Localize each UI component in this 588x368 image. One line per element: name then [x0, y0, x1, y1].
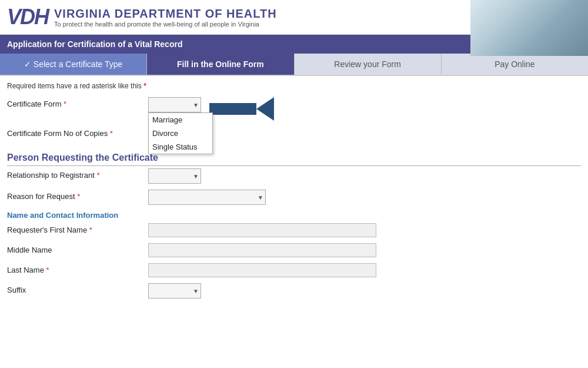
- certificate-form-select-wrapper[interactable]: Marriage Divorce Single Status ▼: [148, 97, 201, 112]
- step-review[interactable]: Review your Form: [295, 54, 442, 75]
- certificate-form-dropdown-menu: Marriage Divorce Single Status: [148, 112, 213, 154]
- logo-area: VDH VIRGINIA DEPARTMENT OF HEALTH To pro…: [7, 5, 277, 29]
- person-section-header: Person Requesting the Certificate: [7, 152, 581, 166]
- certificate-copies-row: Certificate Form No of Copies * 1 2 3 ▼: [7, 127, 581, 142]
- step-fill[interactable]: Fill in the Online Form: [147, 54, 294, 75]
- suffix-select[interactable]: Jr. Sr. II III: [148, 283, 201, 299]
- page-title: Application for Certification of a Vital…: [7, 39, 182, 49]
- arrow-indicator: [209, 97, 274, 121]
- page-header: VDH VIRGINIA DEPARTMENT OF HEALTH To pro…: [0, 0, 588, 35]
- required-mark-rel: *: [96, 171, 99, 180]
- required-note-text: Required items have a red asterisk like …: [7, 82, 142, 90]
- step-review-label: Review your Form: [334, 59, 401, 69]
- suffix-label: Suffix: [7, 283, 148, 294]
- required-mark-first: *: [89, 226, 92, 234]
- certificate-form-row: Certificate Form * Marriage Divorce Sing…: [7, 97, 581, 121]
- reason-row: Reason for Request * ▼: [7, 190, 581, 205]
- required-mark: *: [64, 100, 66, 108]
- certificate-copies-label: Certificate Form No of Copies *: [7, 127, 148, 138]
- suffix-row: Suffix Jr. Sr. II III ▼: [7, 283, 581, 299]
- org-subtitle: To protect the health and promote the we…: [54, 21, 277, 28]
- header-image-bg: [470, 0, 588, 56]
- relationship-label: Relationship to Registrant *: [7, 168, 148, 180]
- required-asterisk: *: [143, 82, 146, 90]
- dropdown-option-marriage[interactable]: Marriage: [149, 113, 212, 127]
- step-select-label: ✓ Select a Certificate Type: [24, 59, 122, 69]
- step-pay-label: Pay Online: [495, 59, 534, 69]
- last-name-input[interactable]: [148, 263, 376, 277]
- logo-vdh: VDH: [7, 5, 48, 29]
- middle-name-label: Middle Name: [7, 243, 148, 254]
- header-image: [470, 0, 588, 56]
- required-note: Required items have a red asterisk like …: [7, 82, 581, 90]
- content-area: Required items have a red asterisk like …: [0, 76, 588, 310]
- first-name-row: Requester's First Name *: [7, 223, 581, 237]
- dropdown-option-single-status[interactable]: Single Status: [149, 140, 212, 154]
- middle-name-row: Middle Name: [7, 243, 581, 257]
- relationship-select-wrapper[interactable]: ▼: [148, 168, 201, 184]
- step-pay[interactable]: Pay Online: [442, 54, 588, 75]
- step-fill-label: Fill in the Online Form: [177, 59, 264, 69]
- middle-name-input[interactable]: [148, 243, 376, 257]
- reason-select[interactable]: [148, 190, 266, 205]
- step-select[interactable]: ✓ Select a Certificate Type: [0, 54, 147, 75]
- certificate-form-dropdown-container: Marriage Divorce Single Status ▼ Marriag…: [148, 97, 201, 112]
- reason-select-wrapper[interactable]: ▼: [148, 190, 266, 205]
- first-name-label: Requester's First Name *: [7, 223, 148, 234]
- certificate-form-label: Certificate Form *: [7, 97, 148, 108]
- required-mark-copies: *: [110, 129, 113, 138]
- dropdown-option-divorce[interactable]: Divorce: [149, 127, 212, 140]
- last-name-row: Last Name *: [7, 263, 581, 277]
- first-name-input[interactable]: [148, 223, 376, 237]
- name-contact-label: Name and Contact Information: [7, 211, 581, 220]
- org-title: VIRGINIA DEPARTMENT OF HEALTH: [54, 7, 277, 21]
- relationship-row: Relationship to Registrant * ▼: [7, 168, 581, 184]
- arrow-body: [209, 103, 256, 115]
- last-name-label: Last Name *: [7, 263, 148, 274]
- big-arrow-icon: [256, 97, 274, 121]
- certificate-form-select[interactable]: Marriage Divorce Single Status: [148, 97, 201, 112]
- required-mark-last: *: [46, 266, 49, 274]
- relationship-select[interactable]: [148, 168, 201, 184]
- suffix-select-wrapper[interactable]: Jr. Sr. II III ▼: [148, 283, 201, 299]
- header-text: VIRGINIA DEPARTMENT OF HEALTH To protect…: [54, 7, 277, 28]
- steps-nav: ✓ Select a Certificate Type Fill in the …: [0, 54, 588, 76]
- required-mark-reason: *: [77, 192, 80, 201]
- reason-label: Reason for Request *: [7, 190, 148, 201]
